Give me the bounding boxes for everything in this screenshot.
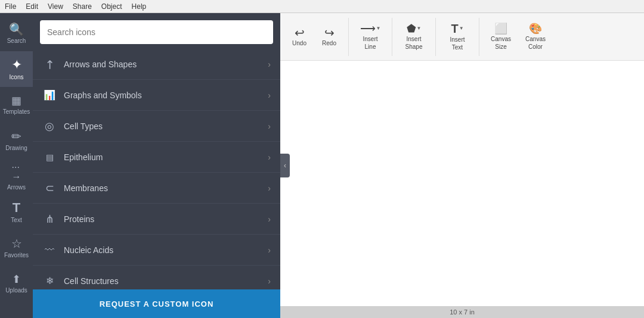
canvas-color-icon: 🎨 bbox=[529, 23, 542, 34]
sidebar-label-text: Text bbox=[11, 217, 21, 223]
sidebar-label-favorites: Favorites bbox=[4, 252, 29, 258]
chevron-right-icon-7: › bbox=[268, 245, 271, 255]
sidebar-item-favorites[interactable]: ☆ Favorites bbox=[0, 230, 33, 266]
canvas-size-label: CanvasSize bbox=[491, 35, 511, 51]
chevron-right-icon-4: › bbox=[268, 152, 271, 162]
category-nucleic-acids[interactable]: 〰 Nucleic Acids › bbox=[33, 235, 280, 266]
chevron-right-icon-8: › bbox=[268, 276, 271, 286]
insert-text-button[interactable]: T ▼ InsertText bbox=[441, 18, 474, 56]
proteins-icon: ⋔ bbox=[42, 213, 57, 226]
search-container bbox=[33, 13, 280, 49]
sidebar-item-icons[interactable]: ✦ Icons bbox=[0, 51, 33, 87]
icon-panel: ↗ Arrows and Shapes › 📊 Graphs and Symbo… bbox=[33, 13, 280, 318]
sidebar-icons: 🔍 Search ✦ Icons ▦ Templates ✏ Drawing ·… bbox=[0, 13, 33, 318]
insert-text-label: InsertText bbox=[450, 36, 465, 51]
chevron-right-icon-2: › bbox=[268, 91, 271, 100]
uploads-icon: ⬆ bbox=[12, 274, 21, 285]
menu-share[interactable]: Share bbox=[73, 2, 92, 11]
canvas-area[interactable]: 10 x 7 in bbox=[280, 61, 644, 318]
graphs-symbols-icon: 📊 bbox=[42, 89, 57, 101]
category-list: ↗ Arrows and Shapes › 📊 Graphs and Symbo… bbox=[33, 49, 280, 289]
category-arrows-shapes[interactable]: ↗ Arrows and Shapes › bbox=[33, 49, 280, 80]
toolbar-group-canvas: ⬜ CanvasSize 🎨 CanvasColor bbox=[484, 18, 557, 56]
chevron-right-icon-5: › bbox=[268, 183, 271, 193]
nucleic-acids-icon: 〰 bbox=[42, 245, 57, 255]
toolbar: ↩ Undo ↪ Redo ⟶ ▼ InsertLine bbox=[280, 13, 644, 61]
canvas-dimensions: 10 x 7 in bbox=[450, 308, 475, 316]
category-label-graphs-symbols: Graphs and Symbols bbox=[64, 91, 261, 100]
epithelium-icon: ▤ bbox=[42, 152, 57, 162]
sidebar-label-uploads: Uploads bbox=[5, 287, 27, 294]
sidebar-label-icons: Icons bbox=[10, 74, 24, 80]
insert-line-button[interactable]: ⟶ ▼ InsertLine bbox=[354, 18, 387, 56]
category-graphs-symbols[interactable]: 📊 Graphs and Symbols › bbox=[33, 80, 280, 111]
canvas-size-icon: ⬜ bbox=[494, 23, 507, 34]
sidebar-label-arrows: Arrows bbox=[7, 184, 26, 191]
sidebar-label-drawing: Drawing bbox=[5, 145, 27, 151]
undo-icon: ↩ bbox=[295, 27, 305, 39]
insert-shape-label: InsertShape bbox=[405, 35, 423, 51]
redo-icon: ↪ bbox=[324, 27, 335, 39]
category-epithelium[interactable]: ▤ Epithelium › bbox=[33, 142, 280, 173]
category-cell-types[interactable]: ◎ Cell Types › bbox=[33, 111, 280, 142]
sidebar-label-search: Search bbox=[7, 38, 26, 44]
canvas-color-label: CanvasColor bbox=[525, 35, 546, 51]
toolbar-group-insert-shape: ⬟ ▼ InsertShape bbox=[397, 18, 436, 56]
panel-collapse-handle[interactable]: ‹ bbox=[280, 154, 290, 177]
insert-shape-button[interactable]: ⬟ ▼ InsertShape bbox=[397, 18, 431, 56]
sidebar-item-drawing[interactable]: ✏ Drawing bbox=[0, 123, 33, 158]
redo-button[interactable]: ↪ Redo bbox=[315, 18, 343, 56]
canvas-color-button[interactable]: 🎨 CanvasColor bbox=[519, 18, 552, 56]
arrows-shapes-icon: ↗ bbox=[39, 54, 60, 74]
favorites-icon: ☆ bbox=[11, 238, 22, 250]
category-cell-structures[interactable]: ❄ Cell Structures › bbox=[33, 266, 280, 289]
category-membranes[interactable]: ⊂ Membranes › bbox=[33, 173, 280, 204]
cell-structures-icon: ❄ bbox=[42, 275, 57, 286]
menu-help[interactable]: Help bbox=[132, 2, 147, 11]
menubar: File Edit View Share Object Help bbox=[0, 0, 644, 13]
insert-text-icon: T bbox=[451, 23, 458, 35]
search-input[interactable] bbox=[40, 20, 273, 44]
sidebar-item-search[interactable]: 🔍 Search bbox=[0, 15, 33, 51]
toolbar-group-undo-redo: ↩ Undo ↪ Redo bbox=[285, 18, 349, 56]
toolbar-canvas-area: ↩ Undo ↪ Redo ⟶ ▼ InsertLine bbox=[280, 13, 644, 318]
arrows-icon: ···→ bbox=[12, 163, 21, 182]
category-proteins[interactable]: ⋔ Proteins › bbox=[33, 204, 280, 235]
insert-line-icon: ⟶ bbox=[360, 23, 376, 34]
chevron-right-icon: › bbox=[268, 60, 271, 69]
toolbar-group-insert-line: ⟶ ▼ InsertLine bbox=[354, 18, 392, 56]
sidebar-item-templates[interactable]: ▦ Templates bbox=[0, 87, 33, 123]
sidebar-item-uploads[interactable]: ⬆ Uploads bbox=[0, 266, 33, 301]
canvas-status: 10 x 7 in bbox=[280, 306, 644, 318]
sidebar-item-arrows[interactable]: ···→ Arrows bbox=[0, 158, 33, 194]
undo-label: Undo bbox=[292, 40, 306, 46]
icons-icon: ✦ bbox=[11, 58, 22, 71]
menu-view[interactable]: View bbox=[48, 2, 63, 11]
category-label-epithelium: Epithelium bbox=[64, 152, 261, 162]
sidebar-item-text[interactable]: T Text bbox=[0, 194, 33, 230]
sidebar-label-templates: Templates bbox=[3, 108, 30, 115]
drawing-icon: ✏ bbox=[11, 130, 21, 142]
redo-label: Redo bbox=[322, 40, 336, 46]
category-label-arrows-shapes: Arrows and Shapes bbox=[64, 60, 261, 69]
templates-icon: ▦ bbox=[11, 95, 21, 106]
undo-button[interactable]: ↩ Undo bbox=[285, 18, 314, 56]
menu-file[interactable]: File bbox=[5, 2, 16, 11]
canvas-white bbox=[280, 61, 644, 306]
insert-text-dropdown-arrow: ▼ bbox=[459, 26, 464, 31]
menu-edit[interactable]: Edit bbox=[26, 2, 38, 11]
category-label-cell-types: Cell Types bbox=[64, 121, 261, 131]
chevron-right-icon-6: › bbox=[268, 214, 271, 224]
menu-object[interactable]: Object bbox=[101, 2, 122, 11]
canvas-size-button[interactable]: ⬜ CanvasSize bbox=[484, 18, 518, 56]
membranes-icon: ⊂ bbox=[42, 182, 57, 195]
category-label-proteins: Proteins bbox=[64, 214, 261, 224]
insert-shape-icon: ⬟ bbox=[407, 23, 416, 34]
search-icon: 🔍 bbox=[9, 23, 24, 35]
insert-shape-dropdown-arrow: ▼ bbox=[417, 26, 422, 31]
chevron-right-icon-3: › bbox=[268, 121, 271, 131]
insert-line-label: InsertLine bbox=[363, 35, 377, 51]
toolbar-group-insert-text: T ▼ InsertText bbox=[441, 18, 479, 56]
request-custom-icon-button[interactable]: REQUEST A CUSTOM ICON bbox=[33, 289, 280, 318]
category-label-cell-structures: Cell Structures bbox=[64, 276, 261, 286]
